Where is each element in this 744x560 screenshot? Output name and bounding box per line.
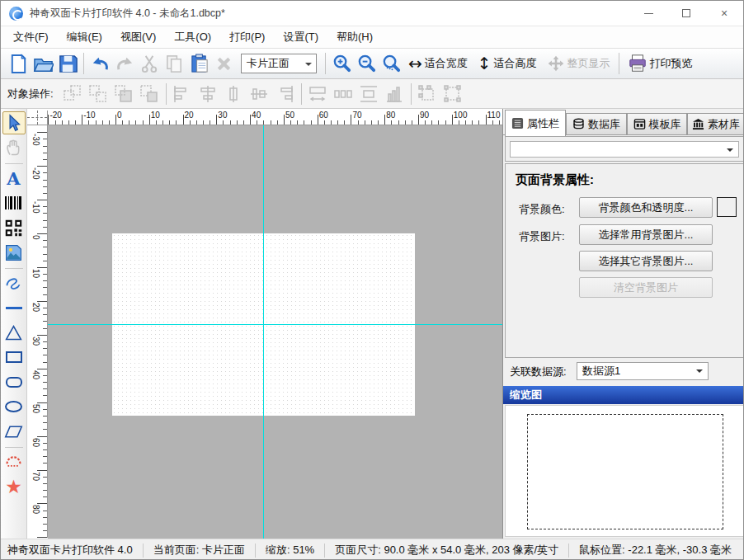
menu-tools[interactable]: 工具(O) — [165, 30, 220, 45]
object-select-combo[interactable] — [510, 141, 739, 158]
cut-button[interactable] — [137, 51, 162, 76]
delete-button[interactable] — [211, 51, 236, 76]
same-size-button[interactable] — [356, 82, 382, 106]
barcode-tool[interactable] — [2, 191, 26, 214]
pick-common-bg-button[interactable]: 选择常用背景图片... — [579, 224, 713, 245]
open-file-button[interactable] — [31, 51, 55, 76]
cursor-icon — [4, 114, 23, 133]
ungroup-button[interactable] — [86, 82, 111, 106]
status-bar: 神奇双面卡片打印软件 4.0 当前页面: 卡片正面 缩放: 51% 页面尺寸: … — [1, 539, 743, 560]
image-tool[interactable] — [2, 241, 26, 264]
tab-templates[interactable]: 模板库 — [627, 113, 687, 135]
whole-page-label: 整页显示 — [567, 56, 610, 71]
same-width-icon — [308, 84, 327, 104]
tab-properties[interactable]: 属性栏 — [505, 110, 566, 136]
maximize-button[interactable] — [667, 1, 705, 26]
ruler-left: -30-20-1001020304050607080 — [27, 125, 48, 538]
qrcode-tool[interactable] — [2, 216, 26, 239]
align-distribute-button[interactable] — [247, 82, 272, 106]
toolbar-separator — [619, 53, 619, 74]
print-preview-button[interactable]: 打印预览 — [623, 54, 698, 73]
rounded-rectangle-tool[interactable] — [2, 370, 26, 393]
pan-tool[interactable] — [2, 136, 26, 159]
page-side-select[interactable]: 卡片正面 — [241, 54, 317, 73]
barcode-icon — [5, 196, 22, 209]
ruler-corner — [27, 111, 48, 125]
paste-button[interactable] — [186, 51, 211, 76]
new-file-button[interactable] — [6, 51, 31, 76]
transform-object-button[interactable] — [440, 82, 466, 106]
same-size-icon — [359, 84, 379, 104]
thumbnail-preview[interactable] — [505, 405, 744, 537]
print-preview-icon — [628, 54, 647, 73]
clear-bg-button[interactable]: 清空背景图片 — [579, 277, 713, 298]
align-middle-button[interactable] — [221, 82, 247, 106]
tab-materials[interactable]: 素材库 — [687, 113, 744, 135]
zoom-in-button[interactable] — [329, 51, 354, 76]
triangle-tool[interactable] — [2, 321, 26, 344]
zoom-actual-icon — [381, 54, 402, 74]
zoom-actual-button[interactable] — [379, 51, 403, 76]
chart-bars-button[interactable] — [382, 82, 407, 106]
vertical-center-guide — [263, 125, 264, 539]
star-icon: ★ — [5, 478, 22, 496]
rectangle-tool[interactable] — [2, 346, 26, 369]
resize-grip[interactable] — [742, 549, 743, 560]
panel-tabs: 属性栏 数据库 模板库 素材库 — [503, 109, 744, 135]
menu-settings[interactable]: 设置(T) — [274, 30, 327, 45]
align-right-button[interactable] — [272, 82, 298, 106]
pick-other-bg-button[interactable]: 选择其它背景图片... — [579, 251, 713, 271]
menu-edit[interactable]: 编辑(E) — [58, 30, 111, 45]
app-icon — [9, 7, 23, 21]
curve-tool[interactable] — [2, 271, 26, 294]
bg-image-label: 背景图片: — [519, 229, 565, 244]
align-center-button[interactable] — [195, 82, 221, 106]
menu-help[interactable]: 帮助(H) — [327, 30, 382, 45]
line-tool[interactable] — [2, 296, 26, 319]
send-to-back-button[interactable] — [137, 82, 162, 106]
tab-database[interactable]: 数据库 — [566, 113, 627, 135]
text-tool-icon: A — [7, 170, 20, 187]
menu-view[interactable]: 视图(V) — [111, 30, 165, 45]
select-object-button[interactable] — [415, 82, 440, 106]
same-height-button[interactable] — [331, 82, 356, 106]
bring-to-front-button[interactable] — [111, 82, 137, 106]
zoom-out-icon — [356, 54, 377, 74]
copy-button[interactable] — [162, 51, 186, 76]
title-bar: 神奇双面卡片打印软件 4.0 - 未命名1.dbcp* × — [1, 1, 743, 26]
fit-width-button[interactable]: ↔ 适合宽度 — [403, 55, 473, 72]
fit-height-button[interactable]: ↕ 适合高度 — [473, 55, 542, 72]
star-tool[interactable]: ★ — [2, 475, 26, 498]
same-width-button[interactable] — [305, 82, 331, 106]
text-tool[interactable]: A — [2, 167, 26, 190]
bg-color-button[interactable]: 背景颜色和透明度... — [579, 197, 713, 218]
datasource-row: 关联数据源: 数据源1 — [503, 361, 744, 381]
datasource-combo[interactable]: 数据源1 — [577, 362, 709, 380]
group-button[interactable] — [60, 82, 86, 106]
whole-page-button[interactable]: 整页显示 — [542, 54, 615, 73]
palette-separator — [5, 163, 23, 164]
send-to-back-icon — [139, 84, 159, 104]
save-button[interactable] — [55, 51, 80, 76]
maximize-icon — [682, 9, 690, 17]
stamp-tool[interactable] — [2, 450, 26, 473]
tool-palette: A ★ — [1, 109, 27, 539]
close-button[interactable]: × — [705, 1, 743, 26]
zoom-out-button[interactable] — [354, 51, 379, 76]
redo-button[interactable] — [112, 51, 137, 76]
ellipse-tool[interactable] — [2, 395, 26, 418]
object-toolbar: 对象操作: — [1, 79, 743, 109]
select-tool[interactable] — [2, 111, 26, 134]
minimize-button[interactable] — [629, 1, 667, 26]
align-left-button[interactable] — [170, 82, 195, 106]
parallelogram-tool[interactable] — [2, 420, 26, 443]
redo-icon — [115, 54, 135, 74]
rectangle-icon — [6, 351, 22, 363]
object-select-frame — [505, 136, 744, 162]
design-canvas[interactable] — [48, 125, 502, 539]
menu-print[interactable]: 打印(P) — [220, 30, 274, 45]
fit-width-label: 适合宽度 — [425, 56, 468, 71]
undo-button[interactable] — [87, 51, 112, 76]
bg-color-swatch[interactable] — [717, 197, 737, 217]
menu-file[interactable]: 文件(F) — [4, 30, 58, 45]
